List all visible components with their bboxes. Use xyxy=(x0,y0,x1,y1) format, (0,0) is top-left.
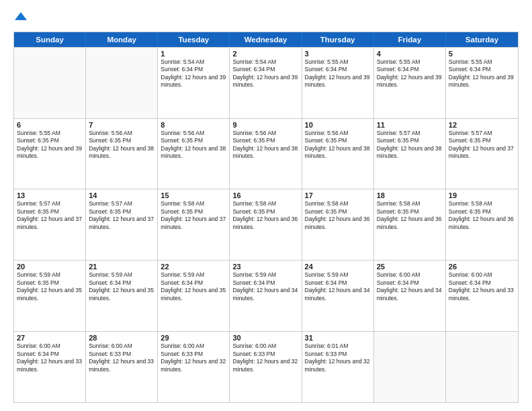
day-cell-11: 11Sunrise: 5:57 AM Sunset: 6:35 PM Dayli… xyxy=(374,119,446,189)
cell-info: Sunrise: 6:00 AM Sunset: 6:34 PM Dayligh… xyxy=(449,271,515,302)
day-number: 11 xyxy=(377,121,443,129)
day-number: 2 xyxy=(232,50,298,58)
header xyxy=(13,11,519,26)
day-cell-4: 4Sunrise: 5:55 AM Sunset: 6:34 PM Daylig… xyxy=(374,48,446,118)
cell-info: Sunrise: 5:58 AM Sunset: 6:35 PM Dayligh… xyxy=(305,200,371,231)
day-cell-3: 3Sunrise: 5:55 AM Sunset: 6:34 PM Daylig… xyxy=(302,48,374,118)
day-number: 27 xyxy=(17,334,83,342)
day-cell-25: 25Sunrise: 6:00 AM Sunset: 6:34 PM Dayli… xyxy=(374,261,446,331)
empty-cell xyxy=(446,332,518,402)
day-number: 13 xyxy=(17,191,83,199)
day-number: 30 xyxy=(232,334,298,342)
day-cell-20: 20Sunrise: 5:59 AM Sunset: 6:35 PM Dayli… xyxy=(14,261,86,331)
cell-info: Sunrise: 6:00 AM Sunset: 6:33 PM Dayligh… xyxy=(161,342,226,373)
cell-info: Sunrise: 5:56 AM Sunset: 6:35 PM Dayligh… xyxy=(232,130,298,161)
cell-info: Sunrise: 5:55 AM Sunset: 6:34 PM Dayligh… xyxy=(377,58,443,89)
day-cell-12: 12Sunrise: 5:57 AM Sunset: 6:35 PM Dayli… xyxy=(446,119,518,189)
cell-info: Sunrise: 5:57 AM Sunset: 6:35 PM Dayligh… xyxy=(377,130,443,161)
day-cell-16: 16Sunrise: 5:58 AM Sunset: 6:35 PM Dayli… xyxy=(230,189,302,260)
day-cell-26: 26Sunrise: 6:00 AM Sunset: 6:34 PM Dayli… xyxy=(446,261,518,331)
day-header-sunday: Sunday xyxy=(14,32,86,47)
day-cell-13: 13Sunrise: 5:57 AM Sunset: 6:35 PM Dayli… xyxy=(14,189,86,260)
day-cell-17: 17Sunrise: 5:58 AM Sunset: 6:35 PM Dayli… xyxy=(302,189,374,260)
cell-info: Sunrise: 6:00 AM Sunset: 6:33 PM Dayligh… xyxy=(89,342,154,373)
cell-info: Sunrise: 6:00 AM Sunset: 6:34 PM Dayligh… xyxy=(377,271,443,302)
cell-info: Sunrise: 5:58 AM Sunset: 6:35 PM Dayligh… xyxy=(161,200,226,231)
cell-info: Sunrise: 5:58 AM Sunset: 6:35 PM Dayligh… xyxy=(449,200,515,231)
day-cell-29: 29Sunrise: 6:00 AM Sunset: 6:33 PM Dayli… xyxy=(158,332,230,402)
day-cell-30: 30Sunrise: 6:00 AM Sunset: 6:33 PM Dayli… xyxy=(230,332,302,402)
day-header-friday: Friday xyxy=(374,32,446,47)
calendar-row-1: 1Sunrise: 5:54 AM Sunset: 6:34 PM Daylig… xyxy=(14,47,518,118)
day-cell-23: 23Sunrise: 5:59 AM Sunset: 6:34 PM Dayli… xyxy=(230,261,302,331)
cell-info: Sunrise: 5:58 AM Sunset: 6:35 PM Dayligh… xyxy=(377,200,443,231)
cell-info: Sunrise: 5:54 AM Sunset: 6:34 PM Dayligh… xyxy=(232,58,298,89)
day-cell-24: 24Sunrise: 5:59 AM Sunset: 6:34 PM Dayli… xyxy=(302,261,374,331)
cell-info: Sunrise: 5:56 AM Sunset: 6:35 PM Dayligh… xyxy=(89,130,154,161)
day-cell-18: 18Sunrise: 5:58 AM Sunset: 6:35 PM Dayli… xyxy=(374,189,446,260)
day-cell-14: 14Sunrise: 5:57 AM Sunset: 6:35 PM Dayli… xyxy=(86,189,158,260)
day-header-monday: Monday xyxy=(86,32,158,47)
day-cell-28: 28Sunrise: 6:00 AM Sunset: 6:33 PM Dayli… xyxy=(86,332,158,402)
day-number: 3 xyxy=(305,50,371,58)
day-cell-1: 1Sunrise: 5:54 AM Sunset: 6:34 PM Daylig… xyxy=(158,48,230,118)
day-number: 22 xyxy=(161,263,226,271)
day-cell-9: 9Sunrise: 5:56 AM Sunset: 6:35 PM Daylig… xyxy=(230,119,302,189)
day-number: 29 xyxy=(161,334,226,342)
day-cell-2: 2Sunrise: 5:54 AM Sunset: 6:34 PM Daylig… xyxy=(230,48,302,118)
day-number: 12 xyxy=(449,121,515,129)
day-number: 19 xyxy=(449,191,515,199)
day-number: 7 xyxy=(89,121,154,129)
calendar-row-4: 20Sunrise: 5:59 AM Sunset: 6:35 PM Dayli… xyxy=(14,260,518,331)
cell-info: Sunrise: 5:59 AM Sunset: 6:34 PM Dayligh… xyxy=(232,271,298,302)
empty-cell xyxy=(14,48,86,118)
cell-info: Sunrise: 5:55 AM Sunset: 6:35 PM Dayligh… xyxy=(17,130,83,161)
empty-cell xyxy=(86,48,158,118)
day-number: 24 xyxy=(305,263,371,271)
calendar: SundayMondayTuesdayWednesdayThursdayFrid… xyxy=(13,32,519,403)
day-cell-21: 21Sunrise: 5:59 AM Sunset: 6:34 PM Dayli… xyxy=(86,261,158,331)
day-number: 15 xyxy=(161,191,226,199)
cell-info: Sunrise: 5:58 AM Sunset: 6:35 PM Dayligh… xyxy=(232,200,298,231)
cell-info: Sunrise: 5:57 AM Sunset: 6:35 PM Dayligh… xyxy=(17,200,83,231)
day-header-wednesday: Wednesday xyxy=(230,32,302,47)
cell-info: Sunrise: 5:55 AM Sunset: 6:34 PM Dayligh… xyxy=(449,58,515,89)
cell-info: Sunrise: 6:01 AM Sunset: 6:33 PM Dayligh… xyxy=(305,342,371,373)
day-number: 9 xyxy=(232,121,298,129)
cell-info: Sunrise: 6:00 AM Sunset: 6:34 PM Dayligh… xyxy=(17,342,83,373)
day-number: 25 xyxy=(377,263,443,271)
cell-info: Sunrise: 5:59 AM Sunset: 6:35 PM Dayligh… xyxy=(17,271,83,302)
day-cell-31: 31Sunrise: 6:01 AM Sunset: 6:33 PM Dayli… xyxy=(302,332,374,402)
cell-info: Sunrise: 5:56 AM Sunset: 6:35 PM Dayligh… xyxy=(161,130,226,161)
calendar-row-5: 27Sunrise: 6:00 AM Sunset: 6:34 PM Dayli… xyxy=(14,331,518,402)
day-number: 4 xyxy=(377,50,443,58)
day-number: 14 xyxy=(89,191,154,199)
day-cell-19: 19Sunrise: 5:58 AM Sunset: 6:35 PM Dayli… xyxy=(446,189,518,260)
cell-info: Sunrise: 5:59 AM Sunset: 6:34 PM Dayligh… xyxy=(89,271,154,302)
empty-cell xyxy=(374,332,446,402)
day-cell-6: 6Sunrise: 5:55 AM Sunset: 6:35 PM Daylig… xyxy=(14,119,86,189)
day-number: 1 xyxy=(161,50,226,58)
day-header-saturday: Saturday xyxy=(446,32,518,47)
cell-info: Sunrise: 5:57 AM Sunset: 6:35 PM Dayligh… xyxy=(449,130,515,161)
page: SundayMondayTuesdayWednesdayThursdayFrid… xyxy=(0,0,532,411)
svg-marker-0 xyxy=(15,12,27,20)
day-cell-27: 27Sunrise: 6:00 AM Sunset: 6:34 PM Dayli… xyxy=(14,332,86,402)
day-number: 18 xyxy=(377,191,443,199)
cell-info: Sunrise: 5:54 AM Sunset: 6:34 PM Dayligh… xyxy=(161,58,226,89)
cell-info: Sunrise: 6:00 AM Sunset: 6:33 PM Dayligh… xyxy=(232,342,298,373)
cell-info: Sunrise: 5:57 AM Sunset: 6:35 PM Dayligh… xyxy=(89,200,154,231)
day-number: 17 xyxy=(305,191,371,199)
day-number: 10 xyxy=(305,121,371,129)
calendar-body: 1Sunrise: 5:54 AM Sunset: 6:34 PM Daylig… xyxy=(14,47,518,402)
day-number: 28 xyxy=(89,334,154,342)
day-number: 26 xyxy=(449,263,515,271)
calendar-header: SundayMondayTuesdayWednesdayThursdayFrid… xyxy=(14,32,518,47)
day-number: 23 xyxy=(232,263,298,271)
day-cell-22: 22Sunrise: 5:59 AM Sunset: 6:34 PM Dayli… xyxy=(158,261,230,331)
day-number: 20 xyxy=(17,263,83,271)
day-cell-7: 7Sunrise: 5:56 AM Sunset: 6:35 PM Daylig… xyxy=(86,119,158,189)
cell-info: Sunrise: 5:59 AM Sunset: 6:34 PM Dayligh… xyxy=(305,271,371,302)
day-cell-15: 15Sunrise: 5:58 AM Sunset: 6:35 PM Dayli… xyxy=(158,189,230,260)
day-number: 31 xyxy=(305,334,371,342)
